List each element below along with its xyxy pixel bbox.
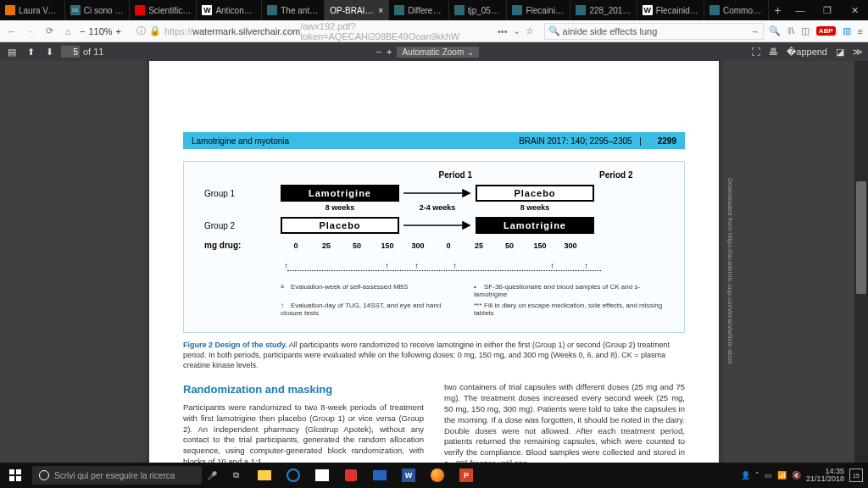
powerpoint-button[interactable]: P	[456, 465, 476, 485]
zoom-in-button[interactable]: +	[116, 26, 121, 36]
svg-rect-7	[16, 476, 21, 481]
pdf-page: Lamotrigine and myotonia BRAIN 2017: 140…	[149, 61, 719, 463]
zoom-mode-select[interactable]: Automatic Zoom⌄	[397, 47, 479, 58]
caption-label: Figure 2 Design of the study.	[183, 341, 287, 349]
action-center-button[interactable]: 15	[849, 469, 863, 482]
tab[interactable]: WAnticonvulsiv	[197, 0, 262, 20]
tab[interactable]: ✉Ci sono delle	[65, 0, 130, 20]
search-box[interactable]: 🔍 ainide side effects lung →	[544, 23, 764, 40]
network-icon[interactable]: ▭	[765, 471, 772, 480]
favicon	[709, 5, 720, 15]
system-tray: 👤 ˄ ▭ 📶 🔇 14:35 21/11/2018 15	[741, 468, 868, 484]
zoom-in-pdf-button[interactable]: +	[387, 47, 392, 57]
scrollbar-thumb[interactable]	[856, 181, 866, 294]
home-button[interactable]: ⌂	[61, 25, 75, 38]
body-paragraph: Participants were randomized to two 8-we…	[183, 402, 424, 463]
firefox-button[interactable]	[427, 465, 448, 485]
tab[interactable]: WFlecainide - V	[637, 0, 704, 20]
word-button[interactable]: W	[398, 465, 419, 485]
presentation-icon[interactable]: ⛶	[751, 47, 760, 57]
zoom-out-button[interactable]: −	[80, 26, 85, 36]
store-button[interactable]	[312, 465, 332, 485]
sidebar-icon[interactable]: ◫	[801, 25, 810, 36]
clock[interactable]: 14:35 21/11/2018	[806, 468, 844, 484]
tab[interactable]: 228_2012_Ar	[570, 0, 637, 20]
mic-icon[interactable]: 🎤	[207, 471, 217, 480]
tab[interactable]: Scientific Rep	[130, 0, 197, 20]
legend-text: Evaluation-week of self-assessed MBS	[291, 283, 408, 291]
pdf-viewport[interactable]: Lamotrigine and myotonia BRAIN 2017: 140…	[0, 61, 868, 463]
svg-marker-3	[463, 222, 470, 229]
dose-value: 300	[555, 241, 586, 250]
close-icon[interactable]: ×	[378, 6, 383, 15]
dose-value: 25	[311, 241, 342, 250]
start-button[interactable]	[0, 469, 31, 481]
people-icon[interactable]: 👤	[741, 471, 750, 480]
edge-button[interactable]	[283, 465, 303, 485]
dose-value: 150	[372, 241, 403, 250]
favicon	[135, 5, 145, 15]
wifi-icon[interactable]: 📶	[777, 471, 787, 480]
abp-icon[interactable]: ABP	[816, 26, 836, 36]
gift-button[interactable]	[341, 465, 361, 485]
minimize-button[interactable]: —	[787, 0, 814, 20]
arrow-icon	[399, 220, 476, 230]
dose-value: 50	[342, 241, 372, 250]
forward-button[interactable]: →	[24, 25, 37, 38]
back-button[interactable]: ←	[5, 25, 19, 38]
sidebar-toggle-icon[interactable]: ▤	[5, 45, 19, 58]
search-submit-icon[interactable]: 🔍	[769, 25, 781, 36]
tab[interactable]: tjp_058.tex	[449, 0, 508, 20]
zoom-out-pdf-button[interactable]: −	[376, 47, 381, 57]
tab-label: OP-BRAI1701	[330, 6, 375, 15]
tab-active[interactable]: OP-BRAI1701×	[325, 0, 389, 20]
divider: |	[639, 136, 642, 146]
pocket-icon[interactable]: ⌄	[513, 25, 520, 36]
library-icon[interactable]: ⦀\	[787, 25, 794, 36]
print-icon[interactable]: 🖶	[769, 47, 778, 57]
tray-chevron-icon[interactable]: ˄	[755, 471, 760, 480]
download-icon[interactable]: �append	[787, 47, 827, 58]
cortana-placeholder: Scrivi qui per eseguire la ricerca	[54, 471, 175, 480]
volume-icon[interactable]: 🔇	[792, 471, 801, 480]
page-up-button[interactable]: ⬆	[24, 45, 37, 58]
close-button[interactable]: ✕	[841, 0, 868, 20]
explorer-button[interactable]	[254, 465, 275, 485]
address-bar[interactable]: ⓘ 🔒 https://watermark.silverchair.com/aw…	[136, 23, 492, 40]
legend-symbol: ***	[474, 302, 484, 309]
bookmark-pdf-icon[interactable]: ◪	[836, 47, 844, 58]
tab-label: Flecainide-R	[526, 6, 565, 15]
cortana-search[interactable]: Scrivi qui per eseguire la ricerca	[32, 466, 202, 485]
lamotrigine-box: Lamotrigine	[281, 185, 399, 202]
tab[interactable]: The antimyo	[262, 0, 325, 20]
running-head-right: BRAIN 2017: 140; 2295–2305	[519, 136, 632, 146]
page-down-button[interactable]: ⬇	[42, 45, 56, 58]
tab-label: Flecainide - V	[656, 6, 698, 15]
reload-button[interactable]: ⟳	[42, 25, 56, 38]
restore-button[interactable]: ❐	[814, 0, 841, 20]
favicon	[454, 5, 465, 15]
chevron-down-icon: ⌄	[467, 47, 474, 57]
mail-button[interactable]	[370, 465, 390, 485]
container-icon[interactable]: ▥	[843, 25, 851, 36]
tab[interactable]: Laura Valenti	[0, 0, 65, 20]
group-1-label: Group 1	[204, 189, 281, 198]
page-number-input[interactable]	[61, 46, 80, 58]
tab[interactable]: Common Sid	[704, 0, 769, 20]
menu-icon[interactable]: ≡	[858, 26, 863, 36]
task-view-button[interactable]: ⧉	[225, 465, 246, 485]
tab[interactable]: Flecainide-R	[507, 0, 570, 20]
tools-icon[interactable]: ≫	[853, 47, 863, 58]
tab[interactable]: Different fle	[389, 0, 449, 20]
lamotrigine-box: Lamotrigine	[476, 217, 594, 234]
dose-value: 150	[525, 241, 555, 250]
search-go-icon[interactable]: →	[750, 26, 760, 36]
new-tab-button[interactable]: +	[769, 0, 787, 20]
bookmark-icon[interactable]: ☆	[526, 25, 534, 36]
running-head-left: Lamotrigine and myotonia	[192, 136, 289, 146]
scrollbar[interactable]	[854, 61, 868, 463]
mg-drug-label: mg drug:	[204, 241, 281, 250]
page-actions-icon[interactable]: •••	[498, 26, 508, 36]
favicon: W	[202, 5, 212, 15]
info-icon[interactable]: ⓘ	[136, 25, 146, 37]
